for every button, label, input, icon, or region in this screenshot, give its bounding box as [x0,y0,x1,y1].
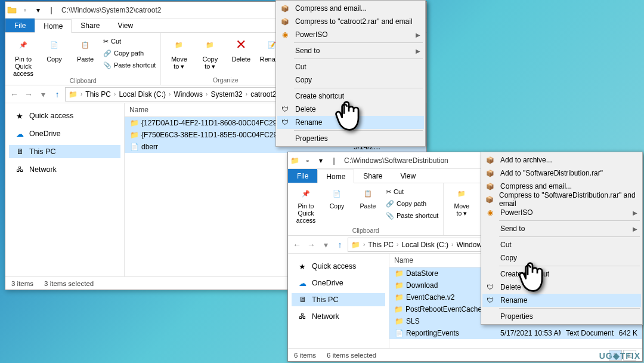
item-type: Text Document [561,329,615,337]
menu-item[interactable]: 📦Add to archive... [482,153,641,167]
menu-item[interactable]: 📦Add to "SoftwareDistribution.rar" [482,167,641,180]
menu-label: Create shortcut [500,270,549,278]
sidebar-item-network[interactable]: 🖧Network [292,310,385,323]
tab-file[interactable]: File [288,169,317,183]
copypath-button[interactable]: 🔗 Copy path [102,47,157,59]
cut-button[interactable]: ✂ Cut [385,186,439,198]
col-name[interactable]: Name [389,254,496,267]
qat-properties-icon[interactable]: ▫ [18,6,32,14]
cut-button[interactable]: ✂ Cut [102,35,157,47]
menu-item[interactable]: 📦Compress and email... [277,2,424,15]
pin-quickaccess-button[interactable]: 📌Pin to Quick access [9,34,38,77]
menu-item[interactable]: 🛡Rename [277,116,424,129]
folder-icon: 📁 [394,304,403,314]
menu-item[interactable]: Cut [277,60,424,73]
item-name: ReportingEvents [406,329,459,337]
group-organize-label: Organize [165,76,286,85]
nav-back-button[interactable]: ← [8,88,21,101]
item-name: DataStore [406,269,438,278]
status-selected: 6 items selected [327,352,376,359]
copyto-button[interactable]: 📁Copy to ▾ [196,34,224,70]
nav-forward-button[interactable]: → [305,238,318,251]
sidebar-item-onedrive[interactable]: ☁OneDrive [292,276,385,290]
nav-up-button[interactable]: ↑ [333,238,346,251]
menu-item[interactable]: Cut [482,238,641,251]
delete-button[interactable]: ✕Delete [227,34,255,63]
crumb[interactable]: This PC [367,241,395,249]
menu-item[interactable]: Create shortcut [277,90,424,103]
list-item[interactable]: 📄ReportingEvents 5/17/2021 10:53 AM Text… [389,327,642,339]
tab-share[interactable]: Share [72,19,109,32]
menu-separator [294,88,423,88]
nav-forward-button[interactable]: → [22,88,35,101]
blank-icon [485,253,496,263]
folder-icon: 📁 [394,269,404,278]
pasteshortcut-button[interactable]: 📎 Paste shortcut [385,210,439,222]
moveto-button[interactable]: 📁Move to ▾ [165,34,193,70]
menu-item[interactable]: Create shortcut [482,267,641,281]
sidebar-item-onedrive[interactable]: ☁OneDrive [9,127,120,140]
paste-button[interactable]: 📋Paste [354,184,382,210]
pasteshortcut-button[interactable]: 📎 Paste shortcut [102,59,157,71]
rar-icon: 📦 [280,16,290,27]
menu-item[interactable]: Copy [482,251,641,264]
tab-file[interactable]: File [5,19,35,32]
crumb[interactable]: catroot2 [249,90,277,99]
blank-icon [280,45,290,56]
tab-view[interactable]: View [109,19,142,32]
menu-item[interactable]: 🛡Rename [482,294,641,307]
sidebar-item-thispc[interactable]: 🖥This PC [9,145,120,158]
folder-icon [5,5,18,15]
blank-icon [280,91,290,101]
menu-item[interactable]: ◉PowerISO▶ [482,206,641,219]
menu-item[interactable]: Properties [482,310,641,323]
chevron-right-icon: ▶ [633,226,637,232]
menu-item[interactable]: Copy [277,73,424,87]
rar-icon: 📦 [485,194,494,205]
copy-button[interactable]: 📄Copy [40,34,69,63]
menu-item[interactable]: 🛡Delete [277,103,424,116]
menu-item[interactable]: Properties [277,132,424,145]
crumb[interactable]: Local Disk (C:) [400,241,450,249]
folder-icon: 📁 [129,118,139,128]
nav-up-button[interactable]: ↑ [51,88,64,101]
sidebar-item-quickaccess[interactable]: ★Quick access [292,260,385,273]
sidebar-item-thispc[interactable]: 🖥This PC [292,293,385,306]
sidebar-item-network[interactable]: 🖧Network [9,163,120,176]
copy-button[interactable]: 📄Copy [323,184,351,210]
menu-separator [499,308,640,309]
crumb[interactable]: Windows [172,90,204,99]
pc-icon: 🖥 [15,147,24,156]
folder-icon: 📁 [67,90,79,99]
shield-icon: 🛡 [280,117,290,128]
pin-quickaccess-button[interactable]: 📌Pin to Quick access [292,184,320,224]
tab-share[interactable]: Share [354,169,391,183]
paste-button[interactable]: 📋Paste [71,34,100,63]
crumb[interactable]: This PC [84,90,112,99]
menu-item[interactable]: Send to▶ [482,222,641,235]
menu-item[interactable]: 🛡Delete [482,281,641,294]
menu-item[interactable]: 📦Compress to "catroot2.rar" and email [277,15,424,28]
tab-home[interactable]: Home [317,170,354,183]
tab-view[interactable]: View [391,169,425,183]
moveto-button[interactable]: 📁Move to ▾ [447,184,476,217]
menu-item[interactable]: Send to▶ [277,44,424,57]
tab-home[interactable]: Home [35,19,72,33]
item-size: 642 K [615,329,642,337]
menu-item[interactable]: 📦Compress to "SoftwareDistribution.rar" … [482,193,641,206]
qat-btn[interactable]: ▾ [314,156,327,165]
cloud-icon: ☁ [298,278,307,288]
menu-label: Delete [500,283,521,291]
nav-recent-button[interactable]: ▾ [36,88,49,101]
item-name: Download [406,281,438,290]
qat-btn[interactable]: ▫ [301,156,314,165]
crumb[interactable]: System32 [209,90,243,99]
copypath-button[interactable]: 🔗 Copy path [385,198,439,210]
sidebar-item-quickaccess[interactable]: ★Quick access [9,109,120,122]
menu-item[interactable]: ◉PowerISO▶ [277,28,424,41]
nav-recent-button[interactable]: ▾ [319,238,332,251]
blank-icon [280,61,290,72]
crumb[interactable]: Local Disk (C:) [117,90,167,99]
qat-newfolder-icon[interactable]: ▾ [32,6,45,14]
nav-back-button[interactable]: ← [290,238,304,251]
